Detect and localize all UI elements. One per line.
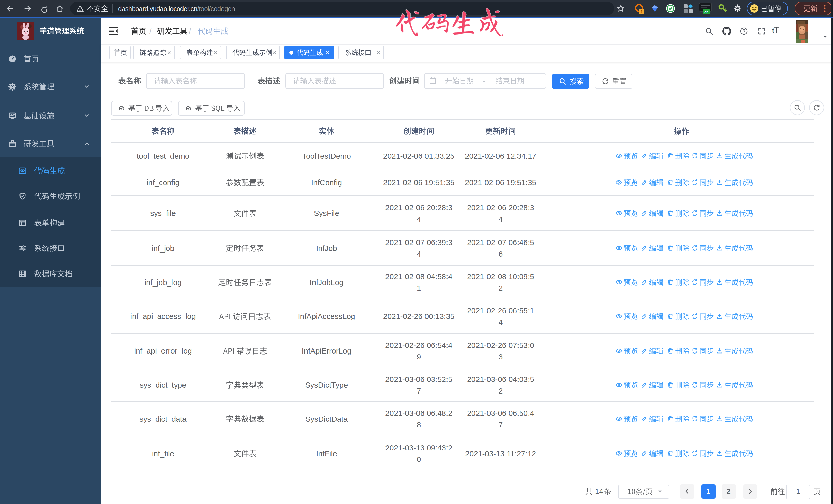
svg-text:on: on [704, 10, 709, 14]
svg-text:1: 1 [641, 9, 643, 14]
